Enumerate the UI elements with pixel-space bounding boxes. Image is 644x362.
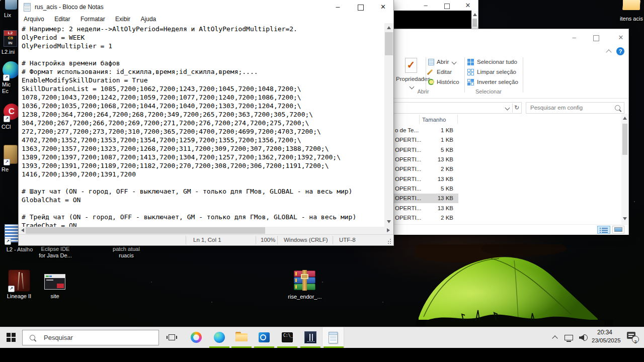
menu-exibir[interactable]: Exibir — [111, 15, 134, 24]
notepad-horizontal-scrollbar[interactable] — [19, 227, 393, 234]
text-line: EnableModifySkillDuration = True — [22, 76, 384, 84]
command-prompt-icon: C:\_ — [282, 332, 293, 342]
close-button[interactable]: ✕ — [613, 34, 628, 41]
text-line: GlobalChat = ON — [22, 196, 384, 204]
taskbar-file-explorer-button[interactable] — [230, 327, 253, 348]
shortcut-arrow-icon: ↗ — [4, 116, 10, 122]
task-view-button[interactable] — [162, 327, 182, 348]
edit-button[interactable]: Editar — [428, 68, 461, 77]
invert-selection-button[interactable]: Inverter seleção — [467, 78, 520, 87]
text-line: 1078,7200;1043,7200;1242,7200;1059,7200;… — [22, 93, 384, 102]
notepad-window[interactable]: rus_acis - Bloco de Notas – ✕ Arquivo Ed… — [18, 0, 394, 246]
l2-ini-label: L2.ini — [2, 49, 15, 55]
text-line: 4702,7200;1352,7200;1353,7200;1354,7200;… — [22, 136, 384, 144]
network-icon[interactable] — [565, 335, 573, 340]
text-line: TradeChat = ON — [22, 221, 384, 227]
scroll-down-arrow[interactable] — [623, 217, 627, 220]
scroll-right-arrow[interactable] — [387, 228, 390, 232]
taskbar-search-box[interactable]: Pesquisar — [22, 330, 159, 345]
volume-icon[interactable] — [579, 334, 589, 341]
scroll-thumb[interactable] — [26, 227, 265, 234]
menu-formatar[interactable]: Formatar — [76, 15, 109, 24]
clear-selection-button[interactable]: Limpar seleção — [467, 68, 520, 77]
tray-expand-icon[interactable] — [552, 335, 557, 341]
taskbar-notepad-button[interactable] — [322, 327, 344, 348]
rise-endor-label: rise_endor_... — [282, 294, 328, 300]
notepad-titlebar[interactable]: rus_acis - Bloco de Notas – ✕ — [19, 0, 393, 14]
notepad-statusbar: Ln 1, Col 1 100% Windows (CRLF) UTF-8 — [19, 234, 393, 245]
close-button[interactable]: ✕ — [464, 2, 471, 9]
scroll-up-arrow[interactable] — [473, 13, 477, 16]
notepad-text-area[interactable]: # Например: 2 недели-->AltOlyPeriod=Неде… — [19, 23, 384, 227]
text-line: 1393,7200;1391,7200;1189,7200;1182,7200;… — [22, 161, 384, 170]
select-all-button[interactable]: Selecionar tudo — [467, 58, 520, 67]
taskbar-command-prompt-button[interactable]: C:\_ — [276, 327, 298, 348]
eclipse-label-line1[interactable]: Eclipse IDE — [31, 246, 79, 252]
task-view-icon-side — [176, 336, 177, 339]
menu-arquivo[interactable]: Arquivo — [20, 15, 48, 24]
text-line — [22, 178, 384, 187]
maximize-button[interactable] — [358, 5, 364, 11]
wallpaper-stars — [0, 0, 1, 1]
refresh-icon[interactable]: ↻ — [514, 104, 519, 111]
scroll-up-arrow[interactable] — [623, 117, 627, 120]
patch-atual-label-line1[interactable]: patch atual — [103, 246, 149, 252]
explorer-statusbar — [353, 224, 628, 235]
search-icon — [615, 105, 620, 111]
background-window-scrollbar[interactable] — [471, 11, 478, 29]
ribbon: ✓ Propriedades Abrir Editar Histórico Se… — [353, 55, 628, 99]
text-line: 1036,7200;1035,7200;1068,7200;1044,7200;… — [22, 102, 384, 110]
search-placeholder: Pesquisar em config — [530, 105, 583, 111]
maximize-button[interactable] — [593, 35, 599, 41]
history-button[interactable]: Histórico — [428, 78, 463, 87]
explorer-search-box[interactable]: Pesquisar em config — [526, 102, 624, 114]
resize-grip-icon[interactable] — [388, 241, 389, 242]
text-line: # Например: 2 недели-->AltOlyPeriod=Неде… — [22, 25, 384, 33]
minimize-button[interactable]: – — [422, 2, 429, 9]
open-button[interactable]: Abrir — [428, 58, 461, 67]
size-column-header[interactable]: Tamanho — [422, 117, 446, 123]
minimize-button[interactable]: – — [327, 4, 349, 10]
scroll-down-arrow[interactable] — [387, 220, 391, 223]
close-button[interactable]: ✕ — [372, 4, 394, 10]
winrar-archive-icon — [294, 270, 315, 291]
open-label: Abrir — [437, 59, 449, 65]
scroll-thumb[interactable] — [622, 124, 627, 155]
eclipse-label-line2[interactable]: for Java De... — [31, 252, 79, 259]
select-all-label: Selecionar tudo — [477, 59, 517, 65]
thumbnails-view-button[interactable] — [612, 226, 624, 234]
history-clock-icon — [428, 79, 434, 85]
taskbar-edge-button[interactable] — [208, 327, 230, 348]
site-browser-icon — [44, 274, 65, 290]
itens-acis-label: itens acis — [615, 16, 644, 22]
scroll-thumb[interactable] — [472, 19, 477, 27]
menu-ajuda[interactable]: Ajuda — [137, 15, 160, 24]
scroll-up-arrow[interactable] — [387, 26, 391, 29]
text-line: 1389,7200;1397,7200;1087,7200;1413,7200;… — [22, 153, 384, 161]
notepad-vertical-scrollbar[interactable] — [384, 23, 393, 227]
edit-label: Editar — [437, 69, 452, 75]
ribbon-collapse-icon[interactable] — [606, 49, 611, 55]
text-line: OlyPeriod = WEEK — [22, 33, 384, 42]
minimize-button[interactable]: – — [567, 34, 582, 41]
address-dropdown-icon[interactable] — [505, 106, 510, 111]
file-explorer-icon — [235, 333, 248, 342]
notification-center-button[interactable]: 3 — [626, 331, 640, 345]
taskbar-outlook-button[interactable] — [253, 327, 275, 348]
re-label: Re — [2, 166, 9, 173]
menu-editar[interactable]: Editar — [50, 15, 74, 24]
maximize-button[interactable] — [444, 4, 450, 9]
scroll-thumb[interactable] — [385, 32, 393, 55]
taskbar-copilot-button[interactable] — [185, 327, 207, 348]
details-view-button[interactable] — [597, 226, 610, 234]
patch-atual-label-line2[interactable]: ruacis — [103, 252, 149, 259]
text-line: # Трейд чат (ON - город, OFF - выключает… — [22, 213, 384, 221]
scroll-left-arrow[interactable] — [21, 228, 24, 232]
taskbar-lineage2-button[interactable] — [299, 327, 321, 348]
text-line: 1416,7200;1390,7200;1391,7200 — [22, 170, 384, 178]
help-icon[interactable]: ? — [616, 47, 624, 55]
start-button[interactable] — [0, 327, 22, 348]
clock[interactable]: 20:34 23/05/2025 — [592, 328, 618, 347]
text-line — [22, 204, 384, 213]
explorer-scrollbar[interactable] — [621, 114, 628, 224]
